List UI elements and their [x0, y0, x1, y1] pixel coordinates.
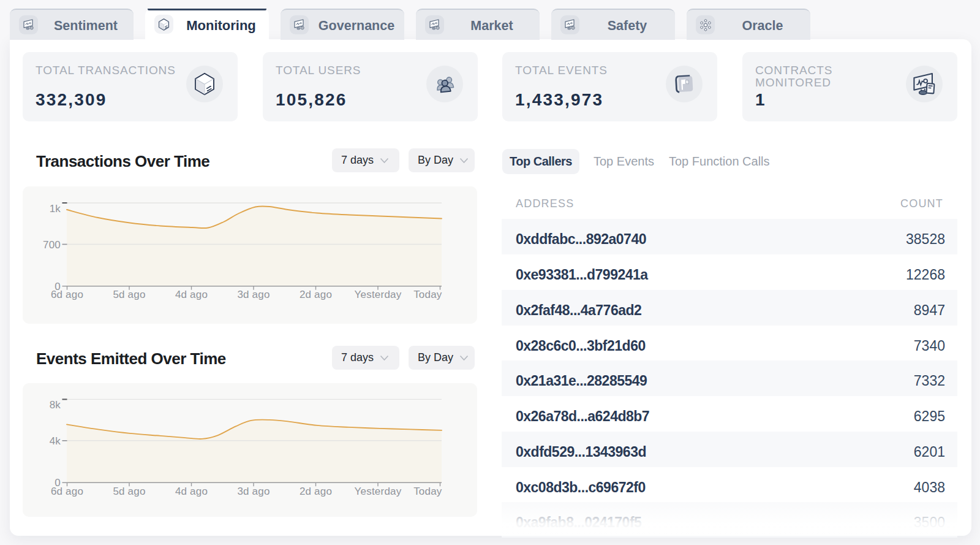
svg-text:5d ago: 5d ago — [113, 486, 145, 497]
svg-text:Today: Today — [413, 289, 442, 300]
svg-text:700: 700 — [43, 239, 61, 251]
svg-text:2d ago: 2d ago — [300, 289, 332, 300]
svg-text:8k: 8k — [50, 399, 61, 411]
svg-text:5d ago: 5d ago — [113, 289, 145, 300]
svg-text:Today: Today — [413, 486, 442, 497]
svg-text:1k: 1k — [50, 203, 61, 215]
svg-text:3d ago: 3d ago — [237, 289, 270, 300]
svg-text:3d ago: 3d ago — [237, 486, 270, 497]
svg-text:Yesterday: Yesterday — [355, 486, 402, 497]
svg-text:2d ago: 2d ago — [300, 486, 332, 497]
svg-text:4d ago: 4d ago — [175, 486, 208, 497]
svg-text:Yesterday: Yesterday — [355, 289, 402, 300]
svg-text:6d ago: 6d ago — [51, 486, 83, 497]
svg-text:4d ago: 4d ago — [175, 289, 208, 300]
svg-text:4k: 4k — [50, 435, 61, 447]
svg-text:6d ago: 6d ago — [51, 289, 83, 300]
